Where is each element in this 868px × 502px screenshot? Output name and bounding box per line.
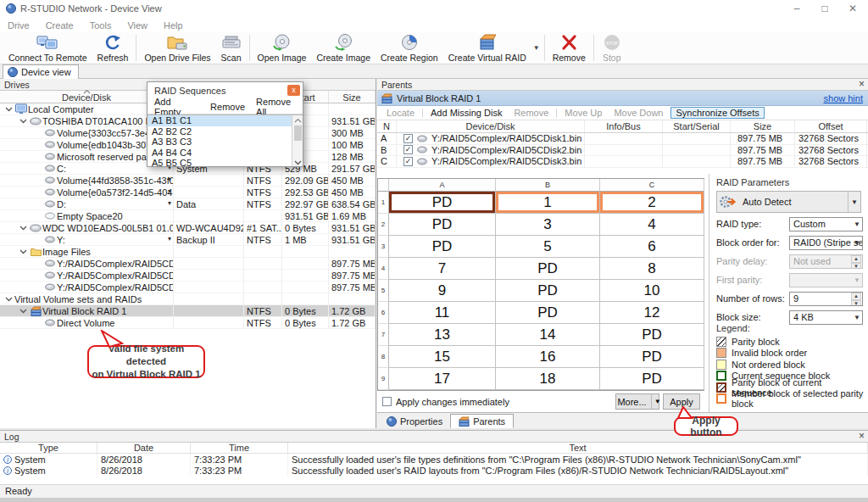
toolbar-button-create-region[interactable]: Create Region — [376, 32, 443, 64]
toolbar-button-open-drive-files[interactable]: Open Drive Files — [139, 32, 215, 64]
show-hint-link[interactable]: show hint — [824, 93, 863, 103]
tree-row[interactable]: Volume{44fd3858-351c-43f0-8439-▾NTFS292.… — [0, 175, 376, 187]
tree-row[interactable]: Y:▾Backup IINTFS1 MB931.51 GB — [0, 234, 376, 246]
raid-block-C8[interactable]: PD — [600, 346, 704, 368]
scrollbar-thumb[interactable] — [294, 126, 302, 141]
log-column-text[interactable]: Text — [288, 443, 868, 453]
tree-row[interactable]: Virtual Block RAID 1NTFS0 Bytes1.72 GB — [0, 305, 376, 317]
menu-item-view[interactable]: View — [127, 20, 147, 31]
raid-block-B2[interactable]: 3 — [496, 214, 600, 236]
raid-block-C9[interactable]: PD — [600, 368, 704, 390]
raid-block-A4[interactable]: 7 — [389, 258, 496, 280]
dialog-menu-remove-all[interactable]: Remove All — [256, 97, 303, 117]
dialog-scrollbar[interactable] — [292, 115, 303, 166]
parents-column-infobus[interactable]: Info/Bus — [585, 120, 663, 132]
log-row[interactable]: iSystem8/26/20187:33:23 PMSuccessfully l… — [0, 465, 868, 476]
raid-block-C1[interactable]: 2 — [600, 192, 704, 214]
chevron-down-icon[interactable]: ▾ — [168, 235, 171, 243]
raid-block-C7[interactable]: PD — [600, 324, 704, 346]
number-of-rows-control[interactable]: 9▲▼ — [789, 292, 863, 306]
tree-row[interactable]: Y:/RAID5Complex/RAID5CDisk1.bin897.75 MB — [0, 258, 376, 270]
expander-chevron-down-icon[interactable] — [18, 226, 29, 231]
parent-disk-row[interactable]: A✓Y:/RAID5Complex/RAID5CDisk1.bin897.75 … — [377, 133, 868, 145]
toolbar-dropdown-icon[interactable]: ▼ — [531, 32, 542, 64]
auto-detect-button[interactable]: Auto Detect ▼ — [716, 191, 861, 213]
close-icon[interactable]: ✕ — [839, 0, 866, 19]
tree-row[interactable]: D:▾DataNTFS292.97 GB638.54 GB — [0, 198, 376, 210]
raid-block-B8[interactable]: 16 — [496, 346, 600, 368]
raid-block-C5[interactable]: 10 — [600, 280, 704, 302]
expander-chevron-down-icon[interactable] — [3, 107, 14, 112]
spinner-arrows[interactable]: ▲▼ — [851, 293, 861, 305]
parents-toolbar-move-down[interactable]: Move Down — [609, 107, 667, 119]
parents-toolbar-move-up[interactable]: Move Up — [560, 107, 606, 119]
expander-chevron-down-icon[interactable] — [18, 249, 29, 254]
log-column-date[interactable]: Date — [97, 443, 191, 453]
parent-disk-row[interactable]: B✓Y:/RAID5Complex/RAID5CDisk2.bin897.75 … — [377, 145, 868, 157]
sequence-item[interactable]: A4 B4 C4 — [147, 148, 303, 159]
auto-detect-dropdown-icon[interactable]: ▼ — [848, 192, 860, 212]
raid-block-B4[interactable]: PD — [496, 258, 600, 280]
raid-block-B3[interactable]: 5 — [496, 236, 600, 258]
raid-block-A5[interactable]: 9 — [389, 280, 496, 302]
expander-chevron-down-icon[interactable] — [3, 297, 14, 302]
raid-block-B5[interactable]: PD — [496, 280, 600, 302]
block-size-control[interactable]: 4 KB▼ — [789, 310, 863, 325]
tree-row[interactable]: Virtual Volume sets and RAIDs — [0, 293, 376, 305]
toolbar-button-open-image[interactable]: Open Image — [253, 32, 312, 64]
parents-close-icon[interactable]: × — [859, 79, 865, 90]
first-parity-control[interactable]: ▼ — [789, 273, 863, 287]
minimize-icon[interactable]: – — [783, 0, 810, 19]
raid-block-C3[interactable]: 6 — [600, 236, 704, 258]
tree-row[interactable]: Image Files — [0, 246, 376, 258]
parents-column-startserial[interactable]: Start/Serial — [663, 120, 731, 132]
expander-chevron-down-icon[interactable] — [18, 309, 29, 314]
disk-checkbox[interactable]: ✓ — [403, 157, 413, 166]
toolbar-button-stop[interactable]: STOPStop — [597, 32, 627, 64]
raid-block-A3[interactable]: PD — [389, 236, 496, 258]
parent-disk-row[interactable]: C✓Y:/RAID5Complex/RAID5CDisk3.bin897.75 … — [377, 156, 868, 168]
toolbar-button-create-virtual-raid[interactable]: Create Virtual RAID — [443, 32, 531, 64]
chevron-down-icon[interactable]: ▼ — [854, 314, 860, 321]
raid-block-B6[interactable]: PD — [496, 302, 600, 324]
expander-chevron-down-icon[interactable] — [18, 119, 29, 124]
raid-block-B9[interactable]: 18 — [496, 368, 600, 390]
scroll-up-icon[interactable] — [292, 115, 303, 125]
chevron-down-icon[interactable]: ▾ — [168, 176, 171, 183]
parents-column-offset[interactable]: Offset — [795, 120, 867, 132]
chevron-down-icon[interactable]: ▼ — [854, 220, 860, 228]
raid-block-A8[interactable]: 15 — [389, 346, 496, 368]
parents-toolbar-locate[interactable]: Locate — [382, 107, 419, 119]
parents-toolbar-synchronize-offsets[interactable]: Synchronize Offsets — [670, 107, 764, 119]
toolbar-button-scan[interactable]: Scan — [216, 32, 247, 64]
toolbar-button-refresh[interactable]: Refresh — [92, 32, 134, 64]
tab-parents[interactable]: Parents — [450, 414, 514, 428]
spinner-arrows[interactable]: ▲▼ — [851, 255, 861, 268]
tree-row[interactable]: Y:/RAID5Complex/RAID5CDisk3.bin897.75 MB — [0, 282, 376, 293]
tree-row[interactable]: Y:/RAID5Complex/RAID5CDisk2.bin897.75 MB — [0, 270, 376, 282]
sequence-item[interactable]: A3 B3 C3 — [147, 137, 303, 148]
parents-toolbar-add-missing-disk[interactable]: Add Missing Disk — [426, 107, 506, 119]
log-column-type[interactable]: Type — [0, 443, 97, 453]
tree-row[interactable]: Direct VolumeNTFS0 Bytes1.72 GB — [0, 317, 376, 329]
dialog-close-icon[interactable]: x — [287, 85, 300, 96]
more-button[interactable]: More... ▼ — [615, 393, 659, 410]
raid-block-B1[interactable]: 1 — [496, 192, 600, 214]
parents-column-n[interactable]: N — [377, 120, 397, 132]
parity-delay-control[interactable]: Not used▲▼ — [789, 254, 863, 269]
raid-block-A7[interactable]: 13 — [389, 324, 496, 346]
log-close-icon[interactable]: × — [859, 431, 865, 442]
raid-block-C2[interactable]: 4 — [600, 214, 704, 236]
disk-checkbox[interactable]: ✓ — [403, 145, 413, 154]
raid-block-C4[interactable]: 8 — [600, 258, 704, 280]
menu-item-help[interactable]: Help — [164, 20, 183, 31]
chevron-down-icon[interactable]: ▾ — [168, 199, 171, 207]
log-column-time[interactable]: Time — [191, 443, 288, 453]
maximize-icon[interactable]: □ — [811, 0, 838, 19]
raid-block-A6[interactable]: 11 — [389, 302, 496, 324]
more-dropdown-icon[interactable]: ▼ — [651, 394, 664, 409]
disk-checkbox[interactable]: ✓ — [403, 134, 413, 143]
menu-item-tools[interactable]: Tools — [90, 20, 112, 31]
chevron-down-icon[interactable]: ▼ — [854, 276, 860, 284]
tree-row[interactable]: WDC WD10EADS-00L5B1 01.01A01WD-WCAU4D920… — [0, 222, 376, 234]
